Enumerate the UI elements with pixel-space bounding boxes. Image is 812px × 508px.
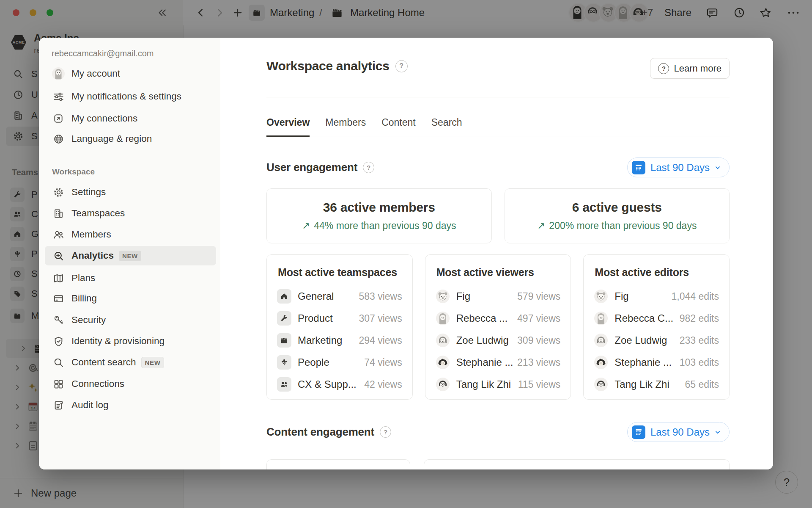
content-card-partial [424,459,730,469]
settings-sidebar: rebeccamcakir@gmail.com My account My no… [39,38,220,469]
help-circle-icon: ? [658,63,669,74]
user-engagement-stats: 36 active members ↗44% more than previou… [266,188,730,243]
key-icon [52,314,65,326]
members-icon [52,228,65,241]
settings-item-notifications[interactable]: My notifications & settings [45,87,216,106]
settings-item-security[interactable]: Security [45,310,216,330]
arrow-up-right-box-icon [52,112,65,125]
content-engagement-cards [266,459,730,469]
settings-item-language-region[interactable]: Language & region [45,129,216,149]
settings-item-audit-log[interactable]: Audit log [45,395,216,415]
help-circle-icon[interactable]: ? [395,60,408,72]
list-item: Product307 views [277,307,402,329]
wrench-icon [277,311,291,326]
trend-up-icon: ↗ [537,220,545,232]
calendar-icon [632,425,645,439]
list-item: Tang Lik Zhi65 edits [594,373,719,395]
help-circle-icon[interactable]: ? [363,162,374,173]
settings-item-plans[interactable]: Plans [45,268,216,288]
avatar-tang [594,378,608,391]
chevron-down-icon [714,428,721,436]
chevron-down-icon [714,164,721,171]
settings-modal: rebeccamcakir@gmail.com My account My no… [39,38,773,469]
user-avatar-icon [52,67,65,80]
list-item: Rebecca C...982 edits [594,307,719,329]
card-title: Most active editors [595,266,719,279]
help-circle-icon[interactable]: ? [380,426,391,438]
stat-delta: ↗200% more than previous 90 days [537,220,697,232]
date-range-selector[interactable]: Last 90 Days [627,157,730,177]
list-item: Zoe Ludwig309 views [436,329,561,351]
map-icon [52,272,65,284]
gear-icon [52,186,65,199]
avatar-rebecca [594,312,608,325]
settings-item-settings[interactable]: Settings [45,182,216,202]
learn-more-button[interactable]: ? Learn more [650,58,730,79]
calendar-icon [632,161,645,174]
list-item: Marketing294 views [277,329,402,351]
scroll-icon [52,399,65,411]
tab-content[interactable]: Content [381,117,416,137]
section-title: Content engagement [266,425,374,439]
workspace-section-label: Workspace [52,167,95,177]
avatar-stephanie [436,356,450,369]
new-badge: NEW [119,251,141,261]
settings-item-connections[interactable]: Connections [45,374,216,394]
avatar-rebecca [436,312,450,325]
card-title: Most active viewers [436,266,561,279]
search-icon [52,356,65,369]
settings-item-identity-provisioning[interactable]: Identity & provisioning [45,331,216,351]
avatar-zoe [594,334,608,347]
stat-headline: 6 active guests [572,200,662,215]
learn-more-label: Learn more [674,63,721,74]
settings-item-my-account[interactable]: My account [45,64,216,83]
settings-item-teamspaces[interactable]: Teamspaces [45,204,216,223]
date-range-label: Last 90 Days [650,426,710,438]
settings-main-panel: Workspace analytics ? ? Learn more Overv… [220,38,773,469]
flower-icon [277,355,291,370]
date-range-label: Last 90 Days [650,162,710,174]
avatar-stephanie [594,356,608,369]
user-engagement-header: User engagement ? Last 90 Days [266,157,730,177]
leaderboard-cards: Most active teamspaces General583 views … [266,254,730,400]
settings-item-content-search[interactable]: Content search NEW [45,353,216,372]
active-members-card: 36 active members ↗44% more than previou… [266,188,492,243]
new-badge: NEW [141,357,165,368]
globe-icon [52,133,65,145]
list-item: Stephanie ...103 edits [594,351,719,373]
tab-overview[interactable]: Overview [266,117,310,137]
settings-item-billing[interactable]: Billing [45,289,216,308]
home-icon [277,289,291,304]
list-item: General583 views [277,285,402,307]
section-title: User engagement [266,161,357,174]
list-item: Tang Lik Zhi115 views [436,373,561,395]
sliders-icon [52,90,65,103]
list-item: Fig1,044 edits [594,285,719,307]
most-active-editors-card: Most active editors Fig1,044 edits Rebec… [583,254,730,400]
list-item: People74 views [277,351,402,373]
active-guests-card: 6 active guests ↗200% more than previous… [505,188,730,243]
settings-item-members[interactable]: Members [45,225,216,244]
notion-app: ACME Acme Inc re S U A S Teams [0,0,812,508]
settings-item-analytics[interactable]: Analytics NEW [45,246,216,265]
page-title-row: Workspace analytics ? [266,59,408,73]
stat-headline: 36 active members [323,200,435,215]
date-range-selector[interactable]: Last 90 Days [627,422,730,442]
settings-item-my-connections[interactable]: My connections [45,109,216,128]
tab-search[interactable]: Search [431,117,462,137]
page-title: Workspace analytics [266,59,390,73]
header-divider [266,97,730,97]
credit-card-icon [52,292,65,305]
list-item: Fig579 views [436,285,561,307]
analytics-search-icon [52,249,65,262]
avatar-zoe [436,334,450,347]
content-card-partial [266,459,410,469]
list-item: Zoe Ludwig233 edits [594,329,719,351]
content-engagement-header: Content engagement ? Last 90 Days [266,422,730,442]
avatar-tang [436,378,450,391]
building-icon [52,207,65,220]
stat-delta: ↗44% more than previous 90 days [302,220,456,232]
grid-icon [52,378,65,390]
tab-members[interactable]: Members [325,117,366,137]
list-item: CX & Supp...42 views [277,373,402,395]
